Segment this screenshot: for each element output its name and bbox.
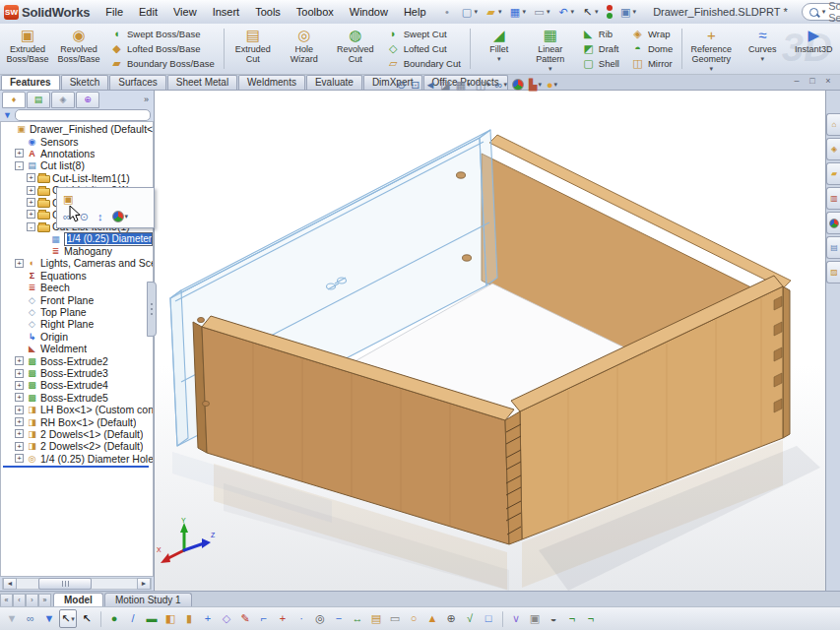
draft-button[interactable]: ◩ Draft — [579, 42, 622, 56]
tree-item[interactable]: + 2 Dowels<2> (Default) — [1, 440, 153, 452]
search-input[interactable]: ▾ SolidWorks Search — [802, 3, 840, 21]
selection-filter-icon[interactable]: ▾ — [100, 611, 101, 627]
filter-weld-symbols-icon[interactable]: ▲ ▾ — [423, 609, 441, 628]
tree-item[interactable]: Origin — [1, 331, 153, 343]
display-style-icon[interactable]: ◫ ▾ — [475, 79, 491, 91]
tree-item[interactable]: + 1/4 (0.25) Diameter Hole1 — [1, 453, 153, 465]
menu-pin-icon[interactable]: • ▾ — [438, 2, 457, 22]
tree-expander[interactable]: + — [27, 186, 35, 195]
curves-button[interactable]: ≈ Curves ▾ — [737, 26, 788, 72]
dropdown-caret-icon[interactable]: ▾ — [761, 55, 765, 63]
rename-input[interactable]: 1/4 (0.25) Diameter Hole1 — [64, 232, 153, 246]
filter-planes-icon[interactable]: ◇ ▾ — [218, 609, 235, 628]
custom-properties-icon[interactable]: ▤ — [826, 236, 840, 259]
instant3d-button[interactable]: ▶ Instant3D — [788, 26, 839, 72]
filter-connection-points-icon[interactable]: ¬ ▾ — [563, 609, 581, 628]
tree-item[interactable]: + LH Box<1> (Custom configurati — [1, 404, 153, 415]
edit-appearance-icon[interactable]: ▾ — [511, 79, 525, 91]
tree-expander[interactable]: - — [15, 161, 24, 170]
normal-to-icon[interactable]: ↕ ▾ — [95, 209, 106, 225]
tree-item[interactable]: + Lights, Cameras and Scene — [1, 257, 153, 269]
menu-item[interactable]: Tools — [247, 1, 289, 24]
filter-dimensions-icon[interactable]: ↔ ▾ — [349, 609, 366, 628]
open-icon[interactable]: ▰ ▾ — [482, 2, 505, 22]
tree-item[interactable]: + Boss-Extrude2 — [1, 354, 153, 366]
rollback-bar[interactable] — [3, 466, 149, 468]
save-icon[interactable]: ▦ ▾ — [506, 2, 530, 22]
fillet-button[interactable]: ◢ Fillet ▾ — [474, 26, 525, 72]
tree-expander[interactable]: + — [15, 259, 24, 268]
hole-wizard-button[interactable]: ◎ Hole Wizard — [279, 26, 330, 72]
tree-item[interactable]: + Boss-Extrude5 — [1, 392, 153, 404]
appearances-icon[interactable]: ▾ — [109, 209, 132, 224]
search-dropdown-caret-icon[interactable]: ▾ — [822, 8, 826, 16]
apply-scene-icon[interactable]: ▙ ▾ — [528, 79, 543, 91]
tree-filter-input[interactable] — [15, 109, 151, 121]
design-library-icon[interactable]: ◈ — [826, 138, 840, 160]
commandmanager-tab[interactable]: Features — [1, 75, 60, 90]
view-orientation-icon[interactable]: ▦ ▾ — [455, 79, 472, 91]
rebuild-traffic-light-icon[interactable]: ▾ — [603, 2, 615, 22]
tree-item[interactable]: Right Plane — [1, 318, 153, 330]
scroll-left-button[interactable]: ◄ — [3, 578, 17, 590]
view-palette-icon[interactable]: ▥ — [826, 187, 840, 210]
tree-expander[interactable]: + — [15, 442, 24, 451]
dome-button[interactable]: ◓ Dome — [628, 42, 676, 56]
dropdown-caret-icon[interactable]: ▾ — [549, 65, 552, 73]
print-icon[interactable]: ▭ ▾ — [530, 2, 553, 22]
filter-toggle-icon[interactable]: ▼ ▾ — [40, 609, 58, 628]
tree-item[interactable]: Beech — [1, 282, 153, 293]
rib-button[interactable]: ◣ Rib — [579, 28, 622, 41]
commandmanager-tab[interactable]: Surfaces — [109, 75, 165, 90]
lofted-boss-base-button[interactable]: ◆ Lofted Boss/Base — [107, 42, 218, 56]
tree-item[interactable]: + Annotations — [1, 148, 153, 159]
tree-item[interactable]: Weldment — [1, 343, 153, 354]
boundary-cut-button[interactable]: ▱ Boundary Cut — [384, 56, 464, 70]
menu-item[interactable]: Help — [396, 1, 434, 24]
menu-item[interactable]: Toolbox — [289, 1, 342, 24]
propertymanager-tab-icon[interactable]: ▤ — [27, 92, 50, 108]
study-tab-scroll-button[interactable]: » — [38, 594, 51, 607]
tree-horizontal-scrollbar[interactable]: ◄ ► — [2, 578, 152, 590]
commandmanager-tab[interactable]: Sheet Metal — [167, 75, 237, 90]
scrollbar-thumb[interactable] — [38, 578, 92, 590]
more-tabs-chevron-icon[interactable]: » — [144, 94, 152, 104]
tree-item[interactable]: + RH Box<1> (Default) — [1, 415, 153, 427]
shell-button[interactable]: ▢ Shell — [579, 56, 622, 70]
study-tab-scroll-button[interactable]: ‹ — [13, 594, 26, 607]
graphics-area[interactable]: X Y Z — [155, 90, 825, 591]
study-tab[interactable]: Model — [53, 593, 103, 607]
wrap-button[interactable]: ◈ Wrap — [628, 28, 676, 41]
lofted-cut-button[interactable]: ◇ Lofted Cut — [384, 42, 464, 56]
filter-funnel-icon[interactable]: ▼ ▾ — [3, 609, 21, 628]
zoom-to-fit-icon[interactable]: ⊙ ▾ — [396, 79, 407, 91]
filter-centerlines-icon[interactable]: − ▾ — [330, 609, 348, 628]
commandmanager-tab[interactable]: Sketch — [61, 75, 109, 90]
tree-item[interactable]: Equations — [1, 270, 153, 282]
select-arrow-icon[interactable]: ↖ ▾ — [59, 609, 77, 628]
view-settings-icon[interactable]: ● ▾ — [546, 79, 558, 91]
tree-item-rename[interactable]: 1/4 (0.25) Diameter Hole1 — [1, 233, 153, 245]
panel-splitter-handle[interactable] — [147, 282, 157, 337]
linear-pattern-button[interactable]: ▦ Linear Pattern ▾ — [525, 26, 576, 72]
extruded-boss-base-button[interactable]: ▣ Extruded Boss/Base — [2, 26, 53, 72]
tree-item[interactable]: + 2 Dowels<1> (Default) — [1, 428, 153, 440]
zoom-to-area-icon[interactable]: ⊡ ▾ — [410, 79, 420, 91]
swept-boss-base-button[interactable]: ◖ Swept Boss/Base — [107, 28, 218, 41]
menu-item[interactable]: Insert — [205, 1, 248, 24]
selection-filter-icon[interactable]: ▾ — [502, 611, 503, 627]
filter-route-points-icon[interactable]: ¬ ▾ — [582, 609, 600, 628]
filter-center-marks-icon[interactable]: ◎ ▾ — [311, 609, 329, 628]
commandmanager-tab[interactable]: Weldments — [238, 75, 305, 90]
revolved-boss-base-button[interactable]: ◉ Revolved Boss/Base — [53, 26, 104, 72]
filter-notes-icon[interactable]: ▭ ▾ — [386, 609, 404, 628]
dimxpertmanager-tab-icon[interactable]: ⊕ — [76, 92, 99, 108]
tree-item[interactable]: Drawer_Finished (Default<As Mach — [1, 123, 153, 135]
study-tab[interactable]: Motion Study 1 — [104, 593, 192, 607]
appearances-scenes-icon[interactable] — [826, 212, 840, 234]
hide-all-filters-icon[interactable]: ∞ ▾ — [22, 609, 39, 628]
filter-faces-icon[interactable]: ▬ ▾ — [143, 609, 161, 628]
tree-item[interactable]: Sensors — [1, 135, 153, 147]
menu-item[interactable]: Window — [342, 1, 396, 24]
tree-item[interactable]: + Boss-Extrude4 — [1, 379, 153, 391]
